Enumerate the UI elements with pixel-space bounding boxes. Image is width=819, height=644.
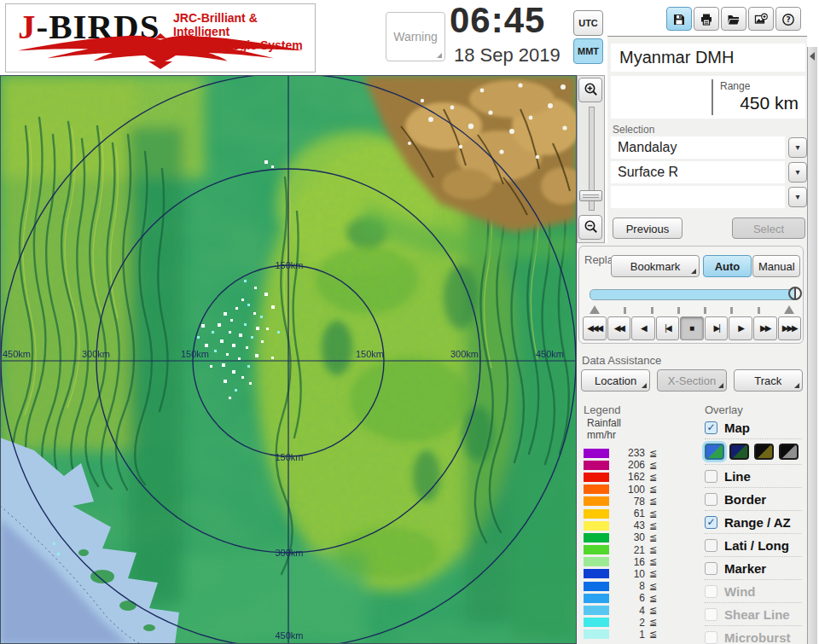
overlay-item-label: Shear Line [724,607,790,622]
selection-field[interactable]: Surface R [611,161,785,183]
zoom-in-button[interactable] [578,78,602,102]
select-button[interactable]: Select [732,218,805,239]
zoom-out-button[interactable] [578,215,602,240]
overlay-item[interactable]: Line [705,465,802,488]
playback-button[interactable]: ◀◀ [607,316,631,340]
svg-text:300km: 300km [450,349,479,359]
playback-controls: ◀◀◀ ◀◀ ◀ |◀ ■ ▶| ▶ ▶▶ ▶▶▶ [583,316,801,340]
playback-button[interactable]: ▶▶▶ [778,316,802,340]
legend-row: 10 ≦ [584,568,686,580]
checkbox[interactable] [705,539,717,552]
timezone-mmt-button[interactable]: MMT [573,38,603,64]
overlay-item[interactable]: Marker [705,557,802,580]
chevron-down-icon: ▾ [795,167,799,177]
warning-button[interactable]: Warning [386,12,445,61]
data-assistance-button[interactable]: Location [581,369,650,392]
save-button[interactable] [666,7,692,31]
svg-text:150km: 150km [275,452,303,462]
open-folder-icon [727,13,741,26]
station-panel: Myanmar DMH Range 450 km Selection Manda… [607,36,807,243]
range-end-marker[interactable] [784,305,794,314]
checkbox[interactable] [705,493,717,506]
svg-text:150km: 150km [181,349,209,359]
zoom-slider-thumb[interactable] [579,190,602,201]
playback-button[interactable]: ◀◀◀ [583,316,607,340]
selection-field[interactable]: Mandalay [611,136,785,159]
selection-row: ▾ [611,186,807,208]
previous-button[interactable]: Previous [613,218,682,239]
range-start-marker[interactable] [590,305,600,314]
dropdown-arrow-button[interactable]: ▾ [788,187,807,207]
map-style-swatch[interactable] [705,444,724,460]
selection-field[interactable] [611,186,785,208]
add-image-button[interactable] [748,7,774,31]
dropdown-arrow-button[interactable]: ▾ [788,162,807,183]
legend-color-swatch [584,594,609,603]
timezone-utc-button[interactable]: UTC [573,10,603,36]
map-style-swatch[interactable] [729,444,749,460]
checkbox[interactable] [705,585,717,598]
legend-value: 43 [609,519,645,531]
checkbox[interactable] [705,608,717,621]
overlay-item[interactable]: Lati / Long [705,534,802,557]
range-box: Range 450 km [611,76,805,119]
playback-button[interactable]: ▶▶ [753,316,777,340]
bookmark-button[interactable]: Bookmark [611,255,700,277]
overlay-item[interactable]: Border [705,488,802,511]
legend-unit-line2: mm/hr [587,429,621,441]
lte-symbol: ≦ [649,448,657,459]
open-file-button[interactable] [721,7,746,31]
checkbox[interactable] [705,516,717,529]
legend-row: 2 ≦ [584,617,686,629]
legend-color-swatch [584,484,609,494]
help-button[interactable]: ? [775,7,801,31]
legend-value: 233 [609,447,645,459]
playback-button[interactable]: |◀ [656,316,680,340]
playback-button[interactable]: ■ [680,316,704,340]
panel-splitter[interactable] [807,47,817,644]
checkbox[interactable] [705,470,717,483]
playback-button[interactable]: ◀ [631,316,655,340]
checkbox[interactable] [705,631,717,644]
data-assistance-button[interactable]: Track [734,369,803,392]
map-style-swatch[interactable] [754,444,774,460]
legend-color-swatch [584,606,609,615]
overlay-item[interactable]: Shear Line [705,603,802,626]
manual-button[interactable]: Manual [752,255,800,277]
legend-value: 30 [609,531,645,543]
map-checkbox[interactable] [705,421,717,434]
playback-button[interactable]: ▶ [729,316,752,340]
radar-map[interactable]: 450km 300km 150km 150km 300km 450km 150k… [0,75,577,644]
print-button[interactable] [694,7,719,31]
playback-button[interactable]: ▶| [705,316,729,340]
checkbox[interactable] [705,562,717,575]
data-assistance-label: Data Assistance [582,354,661,367]
map-style-swatch[interactable] [779,444,799,460]
legend-value: 61 [609,508,645,519]
range-label: Range [720,80,750,92]
overlay-item-map[interactable]: Map [705,416,802,439]
lte-symbol: ≦ [649,556,657,567]
overlay-item[interactable]: Range / AZ [705,511,802,534]
slider-thumb[interactable] [788,287,802,300]
clock-time: 06:45 [450,0,545,41]
collapse-panel-icon[interactable] [810,52,815,61]
svg-text:450km: 450km [536,349,564,359]
data-assistance-button[interactable]: X-Section [657,369,726,392]
auto-button[interactable]: Auto [703,255,752,277]
svg-text:450km: 450km [3,349,31,359]
logo: J-BIRDS JRC-Brilliant & Intelligent Rada… [5,3,316,73]
station-name: Myanmar DMH [611,44,805,72]
overlay-item[interactable]: Wind [705,580,802,603]
tick [730,307,733,314]
legend-color-swatch [584,582,609,591]
legend-row: 43 ≦ [584,519,686,531]
jbirds-app-window: J-BIRDS JRC-Brilliant & Intelligent Rada… [0,0,819,644]
lte-symbol: ≦ [649,484,657,495]
dropdown-arrow-button[interactable]: ▾ [788,137,807,158]
overlay-item[interactable]: Microburst [705,626,802,644]
overlay-item-label: Border [724,492,766,507]
data-assistance-buttons: Location X-Section Track [581,369,803,392]
legend-row: 6 ≦ [584,592,686,604]
replay-timeline-slider[interactable] [590,289,796,300]
